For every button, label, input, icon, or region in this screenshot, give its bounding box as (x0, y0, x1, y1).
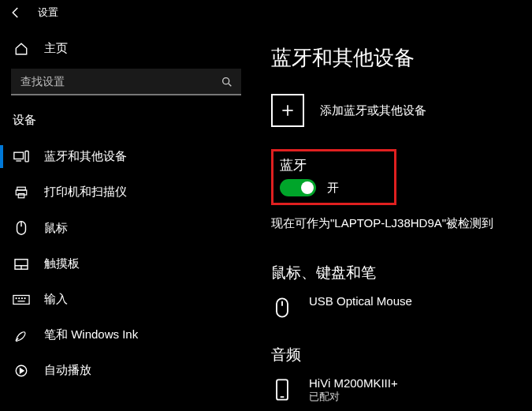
svg-rect-4 (16, 190, 27, 195)
svg-point-13 (19, 297, 20, 298)
svg-point-15 (24, 297, 25, 298)
search-input[interactable] (11, 69, 241, 95)
device-row[interactable]: HiVi M200MKIII+ 已配对 (271, 376, 523, 404)
svg-rect-2 (25, 151, 28, 161)
phone-device-icon (271, 376, 293, 403)
sidebar-item-label: 输入 (44, 292, 68, 307)
add-device-button[interactable]: 添加蓝牙或其他设备 (271, 94, 523, 127)
device-status: 已配对 (309, 390, 398, 404)
devices-icon (13, 150, 30, 164)
sidebar-item-label: 触摸板 (44, 256, 80, 271)
home-icon (13, 42, 30, 56)
sidebar-item-mouse[interactable]: 鼠标 (0, 210, 252, 246)
device-name: USB Optical Mouse (309, 294, 412, 308)
add-device-label: 添加蓝牙或其他设备 (320, 103, 426, 118)
sidebar-home[interactable]: 主页 (0, 32, 252, 65)
sidebar-item-label: 自动播放 (44, 363, 91, 378)
pen-icon (13, 328, 30, 342)
mouse-icon (13, 220, 30, 236)
sidebar-item-pen[interactable]: 笔和 Windows Ink (0, 317, 252, 353)
sidebar: 主页 设备 蓝牙和其他设备 打印机和扫描仪 鼠标 (0, 25, 252, 411)
sidebar-item-label: 鼠标 (44, 221, 68, 236)
page-title: 蓝牙和其他设备 (271, 44, 523, 72)
content: 蓝牙和其他设备 添加蓝牙或其他设备 蓝牙 开 现在可作为"LAPTOP-LJ38… (252, 25, 532, 411)
sidebar-item-label: 打印机和扫描仪 (44, 185, 127, 200)
svg-point-14 (21, 297, 22, 298)
bluetooth-toggle[interactable] (280, 179, 316, 196)
bluetooth-highlight: 蓝牙 开 (271, 149, 396, 205)
keyboard-icon (13, 294, 30, 305)
svg-rect-1 (14, 152, 24, 159)
printer-icon (13, 185, 30, 200)
touchpad-icon (13, 258, 30, 271)
bluetooth-toggle-label: 开 (327, 181, 339, 196)
sidebar-item-bluetooth[interactable]: 蓝牙和其他设备 (0, 139, 252, 174)
device-row[interactable]: USB Optical Mouse (271, 294, 523, 321)
category-heading: 鼠标、键盘和笔 (271, 263, 523, 283)
sidebar-item-touchpad[interactable]: 触摸板 (0, 246, 252, 282)
app-title: 设置 (38, 6, 58, 20)
arrow-left-icon (9, 6, 23, 20)
back-button[interactable] (6, 3, 25, 22)
autoplay-icon (13, 364, 30, 378)
svg-rect-5 (18, 193, 24, 197)
device-name: HiVi M200MKIII+ (309, 376, 398, 390)
svg-rect-11 (13, 295, 29, 304)
sidebar-item-typing[interactable]: 输入 (0, 282, 252, 317)
mouse-device-icon (271, 294, 293, 321)
sidebar-item-label: 笔和 Windows Ink (44, 327, 138, 342)
sidebar-item-printers[interactable]: 打印机和扫描仪 (0, 174, 252, 210)
sidebar-home-label: 主页 (44, 41, 68, 56)
sidebar-section-header: 设备 (0, 108, 252, 139)
sidebar-item-label: 蓝牙和其他设备 (44, 149, 127, 164)
svg-point-12 (16, 297, 17, 298)
category-heading: 音频 (271, 345, 523, 365)
discoverable-text: 现在可作为"LAPTOP-LJ38HD9A"被检测到 (271, 216, 523, 231)
plus-icon (271, 94, 304, 127)
toggle-knob (301, 181, 314, 194)
bluetooth-heading: 蓝牙 (280, 156, 339, 174)
sidebar-item-autoplay[interactable]: 自动播放 (0, 353, 252, 388)
